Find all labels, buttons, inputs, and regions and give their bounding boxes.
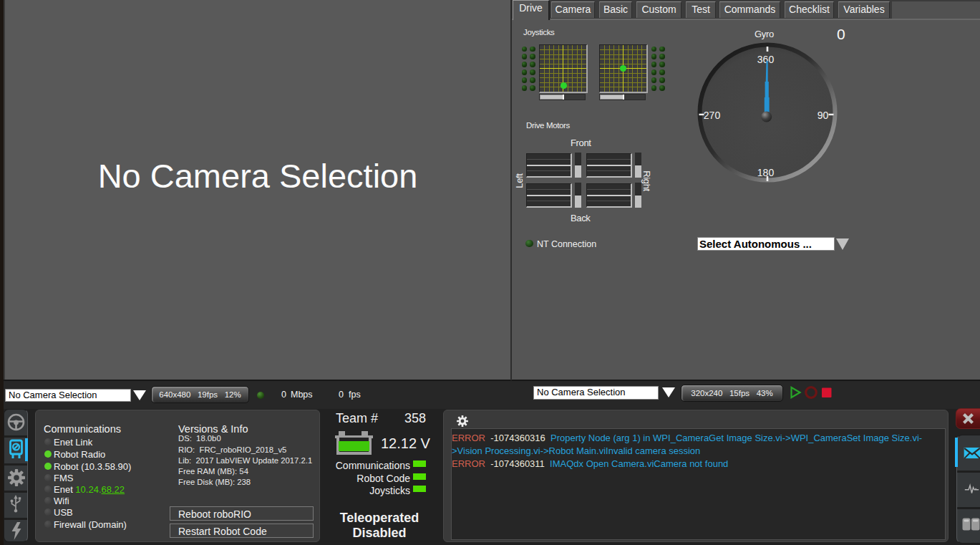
svg-text:270: 270 xyxy=(704,110,721,121)
svg-text:360: 360 xyxy=(757,54,775,65)
svg-text:90: 90 xyxy=(818,110,829,121)
svg-text:180: 180 xyxy=(757,167,775,178)
